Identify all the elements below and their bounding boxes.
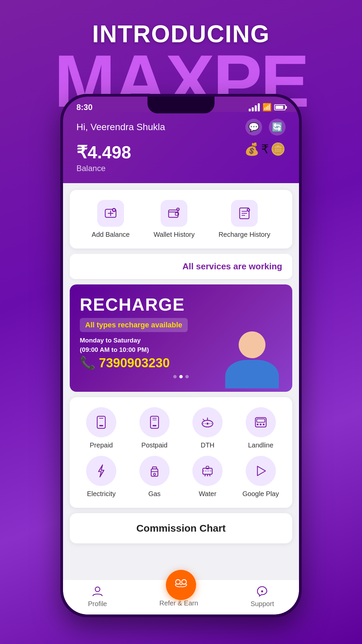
rupee-icon: ₹: [261, 142, 269, 156]
services-card: Prepaid Postpaid: [70, 397, 292, 508]
whatsapp-icon: 💬: [248, 122, 259, 132]
promo-banner[interactable]: RECHARGE All types recharge available Mo…: [70, 284, 292, 392]
postpaid-icon: [147, 415, 162, 430]
service-gas[interactable]: Gas: [130, 456, 180, 498]
phone-frame: 8:30 📶 Hi, Veerendra Shukla: [60, 94, 302, 617]
promo-phone-number: 7390903230: [99, 356, 170, 370]
service-prepaid[interactable]: Prepaid: [76, 407, 126, 449]
signal-icon: [249, 103, 260, 111]
money-illustration: 💰 ₹ 🪙: [244, 142, 286, 156]
svg-point-47: [261, 590, 263, 592]
svg-marker-43: [257, 466, 265, 476]
profile-label: Profile: [88, 600, 107, 608]
service-dth[interactable]: DTH: [183, 407, 233, 449]
action-recharge-history[interactable]: Recharge History: [219, 200, 270, 238]
service-water[interactable]: Water: [183, 456, 233, 498]
svg-rect-16: [99, 425, 103, 426]
gas-label: Gas: [148, 490, 161, 498]
action-add-balance[interactable]: Add Balance: [92, 200, 130, 238]
nav-refer-earn[interactable]: Refer & Earn: [157, 586, 200, 607]
add-balance-icon: [104, 207, 117, 220]
balance-amount: ₹4.498: [76, 142, 131, 162]
google-play-icon-wrap: [246, 456, 276, 486]
status-time: 8:30: [76, 103, 93, 112]
svg-rect-30: [263, 424, 264, 425]
coins-icon: 🪙: [270, 142, 286, 156]
water-label: Water: [199, 490, 217, 498]
prepaid-icon-wrap: [86, 407, 116, 437]
svg-point-24: [206, 423, 208, 425]
refresh-icon: 🔄: [272, 122, 283, 132]
svg-point-36: [154, 473, 156, 475]
refer-earn-label: Refer & Earn: [160, 599, 198, 607]
svg-rect-27: [257, 419, 265, 422]
header-actions: 💬 🔄: [245, 119, 286, 136]
profile-icon: [92, 585, 104, 597]
dth-icon-wrap: [192, 407, 223, 437]
landline-icon: [253, 415, 268, 430]
postpaid-label: Postpaid: [141, 441, 168, 449]
service-landline[interactable]: Landline: [236, 407, 286, 449]
header-row: Hi, Veerendra Shukla 💬 🔄: [76, 119, 286, 136]
dth-icon: [200, 415, 215, 430]
wallet-history-icon-wrap: [161, 200, 187, 227]
service-postpaid[interactable]: Postpaid: [130, 407, 180, 449]
recharge-history-icon-wrap: [231, 200, 258, 227]
services-status-text: All services are working: [182, 261, 282, 272]
nav-support[interactable]: Support: [250, 585, 274, 608]
commission-card[interactable]: Commission Chart: [70, 513, 292, 543]
status-banner: All services are working: [70, 254, 292, 279]
water-icon-wrap: [192, 456, 223, 486]
content-area: Add Balance Wallet History: [63, 183, 299, 580]
refresh-button[interactable]: 🔄: [269, 119, 286, 136]
service-electricity[interactable]: Electricity: [76, 456, 126, 498]
action-wallet-history[interactable]: Wallet History: [154, 200, 195, 238]
balance-section: ₹4.498 Balance 💰 ₹ 🪙: [76, 142, 286, 173]
promo-recharge-title: RECHARGE: [80, 294, 282, 315]
status-icons: 📶: [249, 103, 286, 112]
whatsapp-button[interactable]: 💬: [245, 119, 262, 136]
refer-earn-button[interactable]: [166, 570, 196, 600]
landline-label: Landline: [248, 441, 274, 449]
header-area: Hi, Veerendra Shukla 💬 🔄 ₹4.498 Balance …: [63, 112, 299, 183]
quick-actions-card: Add Balance Wallet History: [70, 190, 292, 249]
landline-icon-wrap: [246, 407, 276, 437]
wallet-history-label: Wallet History: [154, 231, 195, 238]
svg-rect-6: [169, 210, 178, 217]
gas-icon-wrap: [139, 456, 170, 486]
svg-rect-28: [257, 424, 258, 425]
prepaid-label: Prepaid: [90, 441, 113, 449]
support-label: Support: [250, 600, 274, 608]
electricity-icon: [94, 464, 109, 478]
svg-rect-29: [260, 424, 261, 425]
recharge-history-label: Recharge History: [219, 231, 270, 238]
water-icon: [200, 464, 215, 478]
phone-screen: 8:30 📶 Hi, Veerendra Shukla: [63, 97, 299, 614]
add-balance-icon-wrap: [97, 200, 124, 227]
bottom-nav: Profile Refer & Earn: [63, 580, 299, 614]
add-balance-label: Add Balance: [92, 231, 130, 238]
wallet-history-icon: [167, 207, 181, 220]
service-google-play[interactable]: Google Play: [236, 456, 286, 498]
electricity-label: Electricity: [87, 490, 116, 498]
promo-subtitle: All types recharge available: [85, 321, 182, 329]
postpaid-icon-wrap: [139, 407, 170, 437]
promo-dot-2-active: [179, 375, 183, 378]
battery-icon: [274, 104, 286, 110]
gas-icon: [147, 464, 162, 478]
svg-rect-20: [153, 425, 157, 426]
svg-point-44: [95, 587, 100, 592]
phone-icon: 📞: [80, 356, 96, 370]
refer-earn-icon: [173, 577, 189, 593]
services-grid: Prepaid Postpaid: [76, 407, 286, 498]
support-icon: [256, 585, 268, 597]
dth-label: DTH: [201, 441, 215, 449]
wifi-icon: 📶: [262, 103, 272, 112]
prepaid-icon: [94, 415, 109, 430]
nav-profile[interactable]: Profile: [88, 585, 107, 608]
greeting-text: Hi, Veerendra Shukla: [76, 122, 165, 132]
promo-dot-3: [185, 375, 189, 378]
phone-notch: [147, 97, 215, 113]
promo-dot-1: [173, 375, 177, 378]
google-play-icon: [253, 464, 268, 478]
